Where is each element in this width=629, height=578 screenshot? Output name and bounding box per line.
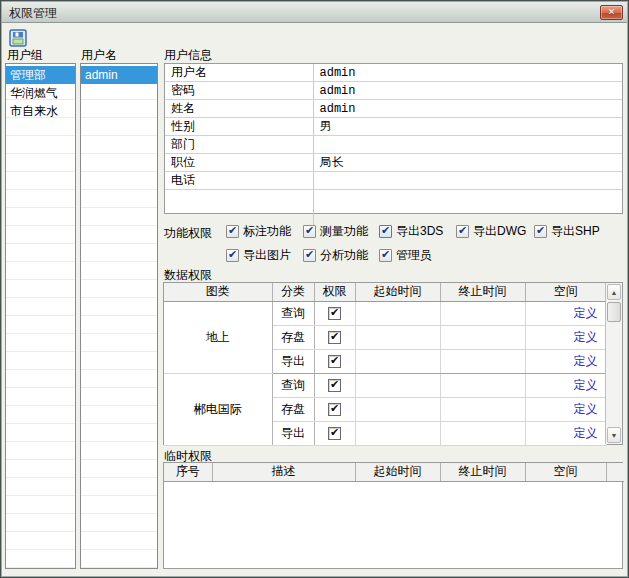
start-time-cell[interactable] [355,301,440,325]
checkbox-checked-icon: ✔ [303,249,316,262]
column-header: 空间 [525,463,606,481]
checkbox-label: 管理员 [396,247,432,264]
permission-cell: ✔ [314,373,355,397]
end-time-cell[interactable] [440,301,525,325]
permission-checkbox[interactable]: ✔ [328,331,341,344]
permission-checkbox[interactable]: ✔ [328,403,341,416]
grid-header-row: 序号 描述 起始时间 终止时间 空间 [164,463,624,481]
table-row: 密码admin [165,82,622,100]
table-row: 地上 查询 ✔ 定义 [164,301,606,325]
field-value[interactable]: admin [313,82,622,100]
function-permissions: 功能权限 ✔标注功能 ✔测量功能 ✔导出3DS ✔导出DWG ✔导出SHP ✔导… [164,222,624,270]
field-name: 部门 [165,136,313,154]
user-info-table: 用户名admin 密码admin 姓名admin 性别男 部门 职位局长 电话 [164,63,623,214]
category-cell: 存盘 [272,325,314,349]
scrollbar-thumb[interactable] [607,302,621,322]
list-item-user-name[interactable]: admin [81,66,157,84]
start-time-cell[interactable] [355,421,440,445]
end-time-cell[interactable] [440,325,525,349]
space-cell: 定义 [525,421,606,445]
start-time-cell[interactable] [355,349,440,373]
field-value[interactable]: admin [313,100,622,118]
close-button[interactable]: ✕ [600,5,623,20]
define-link[interactable]: 定义 [574,354,598,368]
titlebar[interactable]: 权限管理 ✕ [2,2,627,23]
table-row: 性别男 [165,118,622,136]
space-cell: 定义 [525,325,606,349]
scroll-down-button[interactable]: ▼ [607,427,621,443]
category-cell: 查询 [272,301,314,325]
define-link[interactable]: 定义 [574,306,598,320]
field-name: 性别 [165,118,313,136]
checkbox-label: 导出SHP [551,223,600,240]
field-value[interactable] [313,136,622,154]
define-link[interactable]: 定义 [574,330,598,344]
end-time-cell[interactable] [440,373,525,397]
save-button[interactable] [8,28,27,47]
permission-checkbox[interactable]: ✔ [328,427,341,440]
field-name: 用户名 [165,64,313,82]
category-cell: 查询 [272,373,314,397]
space-cell: 定义 [525,373,606,397]
checkbox-label: 导出DWG [473,223,526,240]
user-names-label: 用户名 [81,47,117,64]
end-time-cell[interactable] [440,421,525,445]
list-item-user-group[interactable]: 管理部 [6,66,75,84]
checkbox-item[interactable]: ✔导出DWG [456,223,526,239]
table-row: 部门 [165,136,622,154]
checkbox-item[interactable]: ✔测量功能 [303,223,368,239]
vertical-scrollbar[interactable]: ▲ ▼ [605,283,622,444]
permission-checkbox[interactable]: ✔ [328,355,341,368]
column-header: 描述 [212,463,355,481]
save-icon [9,29,27,47]
checkbox-item[interactable]: ✔管理员 [379,247,432,263]
checkbox-label: 导出3DS [396,223,443,240]
scroll-up-button[interactable]: ▲ [607,284,621,300]
list-item-user-group[interactable]: 市自来水 [6,102,75,120]
checkbox-item[interactable]: ✔导出图片 [226,247,291,263]
checkbox-item[interactable]: ✔导出3DS [379,223,443,239]
user-groups-label: 用户组 [7,47,43,64]
category-cell: 存盘 [272,397,314,421]
start-time-cell[interactable] [355,373,440,397]
checkbox-checked-icon: ✔ [379,225,392,238]
field-value[interactable]: 男 [313,118,622,136]
column-header: 起始时间 [355,283,440,301]
checkbox-label: 导出图片 [243,247,291,264]
data-permissions-grid: 图类 分类 权限 起始时间 终止时间 空间 地上 查询 ✔ 定义 [163,282,623,445]
define-link[interactable]: 定义 [574,378,598,392]
group-name-cell: 地上 [164,301,272,373]
permission-management-window: 权限管理 ✕ 用户组 用户名 用户信息 管理部 华润燃气 市自来水 admin … [0,0,629,578]
checkbox-item[interactable]: ✔标注功能 [226,223,291,239]
end-time-cell[interactable] [440,349,525,373]
column-header: 权限 [314,283,355,301]
window-title: 权限管理 [9,5,57,22]
define-link[interactable]: 定义 [574,402,598,416]
table-row: 职位局长 [165,154,622,172]
start-time-cell[interactable] [355,397,440,421]
permission-cell: ✔ [314,349,355,373]
space-cell: 定义 [525,397,606,421]
column-header: 终止时间 [440,283,525,301]
permission-cell: ✔ [314,397,355,421]
checkbox-checked-icon: ✔ [534,225,547,238]
checkbox-item[interactable]: ✔分析功能 [303,247,368,263]
space-cell: 定义 [525,349,606,373]
field-value[interactable] [313,172,622,190]
field-value[interactable]: 局长 [313,154,622,172]
column-header: 终止时间 [440,463,525,481]
list-item-user-group[interactable]: 华润燃气 [6,84,75,102]
table-row: 姓名admin [165,100,622,118]
category-cell: 导出 [272,349,314,373]
user-names-list: admin [80,63,158,569]
checkbox-label: 分析功能 [320,247,368,264]
start-time-cell[interactable] [355,325,440,349]
permission-checkbox[interactable]: ✔ [328,307,341,320]
permission-cell: ✔ [314,325,355,349]
checkbox-item[interactable]: ✔导出SHP [534,223,600,239]
temp-permissions-grid: 序号 描述 起始时间 终止时间 空间 [163,462,623,569]
end-time-cell[interactable] [440,397,525,421]
define-link[interactable]: 定义 [574,426,598,440]
permission-checkbox[interactable]: ✔ [328,379,341,392]
field-value[interactable]: admin [313,64,622,82]
